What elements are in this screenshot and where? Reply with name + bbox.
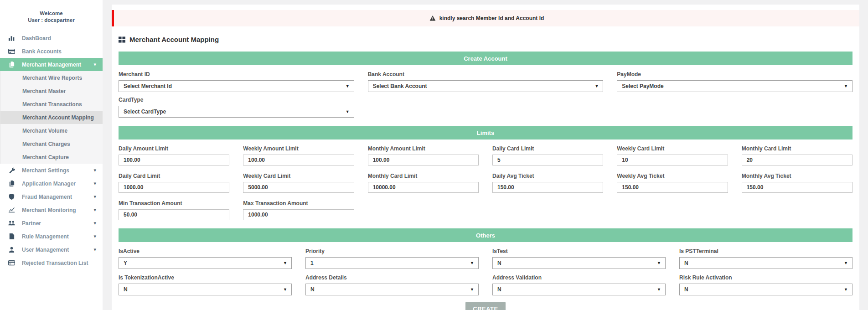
field-label: Address Validation [492, 274, 666, 281]
field-label: Weekly Avg Ticket [617, 173, 728, 179]
sidebar-item-merchant-volume[interactable]: Merchant Volume [0, 124, 103, 137]
isactive-select[interactable]: Y▼ [119, 257, 292, 269]
field-label: IsTest [492, 248, 666, 254]
sidebar-item-merchant-settings[interactable]: Merchant Settings▾ [0, 164, 103, 177]
daily-card-limit-input[interactable]: 5 [492, 155, 603, 165]
sidebar-item-label: Rejected Transaction List [22, 260, 88, 266]
is-pstterminal-select[interactable]: N▼ [679, 257, 852, 269]
sidebar-item-label: Rule Management [22, 233, 69, 240]
sidebar-item-user-management[interactable]: User Management▾ [0, 243, 103, 256]
sidebar-item-merchant-wire-reports[interactable]: Merchant Wire Reports [0, 71, 103, 84]
sidebar-item-merchant-management[interactable]: Merchant Management▾ [0, 58, 103, 71]
cardtype-select[interactable]: Select CardType▼ [119, 106, 354, 118]
sidebar-item-label: Merchant Charges [22, 141, 70, 147]
submit-row: CREATE [112, 302, 859, 310]
field-min-transaction-amount: Min Transaction Amount50.00 [119, 200, 229, 220]
weekly-card-limit-input[interactable]: 5000.00 [243, 182, 354, 193]
sidebar-item-bank-accounts[interactable]: Bank Accounts [0, 45, 103, 58]
risk-rule-activation-select[interactable]: N▼ [679, 284, 852, 295]
bank-account-select[interactable]: Select Bank Account▼ [368, 80, 604, 92]
sidebar-item-label: Application Manager [22, 181, 76, 187]
max-transaction-amount-input[interactable]: 1000.00 [243, 209, 354, 220]
address-details-select[interactable]: N▼ [305, 284, 479, 295]
monthly-avg-ticket-input[interactable]: 150.00 [742, 182, 852, 193]
dropdown-caret-icon: ▼ [346, 110, 350, 114]
field-daily-card-limit: Daily Card Limit5 [492, 145, 603, 165]
field-monthly-card-limit: Monthly Card Limit20 [742, 145, 852, 165]
istest-select[interactable]: N▼ [492, 257, 666, 269]
section-grid: Daily Amount Limit100.00Weekly Amount Li… [119, 145, 852, 220]
priority-select[interactable]: 1▼ [305, 257, 479, 269]
field-value: N [684, 260, 688, 266]
sidebar-item-fraud-management[interactable]: Fraud Management▾ [0, 190, 103, 203]
field-label: Monthly Avg Ticket [742, 173, 852, 179]
field-label: Monthly Card Limit [368, 173, 479, 179]
weekly-card-limit-input[interactable]: 10 [617, 155, 728, 165]
sidebar-item-merchant-capture[interactable]: Merchant Capture [0, 150, 103, 164]
monthly-card-limit-input[interactable]: 20 [742, 155, 852, 165]
daily-card-limit-input[interactable]: 1000.00 [119, 182, 229, 193]
sidebar-item-label: Merchant Monitoring [22, 207, 76, 213]
field-value: Select CardType [124, 108, 166, 115]
is-tokenizationactive-select[interactable]: N▼ [119, 284, 292, 295]
field-label: Min Transaction Amount [119, 200, 229, 207]
field-address-details: Address DetailsN▼ [305, 274, 479, 295]
sidebar-item-merchant-transactions[interactable]: Merchant Transactions [0, 98, 103, 111]
field-value: 100.00 [373, 157, 390, 163]
field-label: Is TokenizationActive [119, 274, 292, 281]
dropdown-caret-icon: ▼ [844, 84, 848, 88]
field-label: Bank Account [368, 71, 604, 78]
field-value: N [124, 286, 128, 293]
sidebar-item-merchant-master[interactable]: Merchant Master [0, 84, 103, 98]
field-merchant-id: Merchant IDSelect Merchant Id▼ [119, 71, 354, 92]
field-value: 150.00 [622, 184, 639, 191]
address-validation-select[interactable]: N▼ [492, 284, 666, 295]
field-weekly-avg-ticket: Weekly Avg Ticket150.00 [617, 173, 728, 193]
file-icon [8, 233, 16, 240]
field-daily-card-limit: Daily Card Limit1000.00 [119, 173, 229, 193]
field-label: Daily Card Limit [492, 145, 603, 152]
min-transaction-amount-input[interactable]: 50.00 [119, 209, 229, 220]
field-value: 20 [747, 157, 753, 163]
sidebar-item-merchant-monitoring[interactable]: Merchant Monitoring▾ [0, 203, 103, 217]
section-grid: Merchant IDSelect Merchant Id▼Bank Accou… [119, 71, 852, 118]
merchant-id-select[interactable]: Select Merchant Id▼ [119, 80, 354, 92]
create-button[interactable]: CREATE [465, 302, 505, 310]
form-sections: Create AccountMerchant IDSelect Merchant… [112, 52, 859, 295]
sidebar-item-dashboard[interactable]: DashBoard [0, 31, 103, 45]
monthly-card-limit-input[interactable]: 10000.00 [368, 182, 479, 193]
field-paymode: PayModeSelect PayMode▼ [617, 71, 852, 92]
caret-down-icon: ▾ [93, 168, 96, 173]
sidebar-item-label: Merchant Transactions [22, 101, 82, 108]
field-value: 5000.00 [248, 184, 268, 191]
field-is-pstterminal: Is PSTTerminalN▼ [679, 248, 852, 269]
weekly-amount-limit-input[interactable]: 100.00 [243, 155, 354, 165]
field-label: Weekly Card Limit [617, 145, 728, 152]
sidebar-item-merchant-account-mapping[interactable]: Merchant Account Mapping [0, 111, 103, 124]
caret-down-icon: ▾ [93, 247, 96, 252]
monthly-amount-limit-input[interactable]: 100.00 [368, 155, 479, 165]
field-label: Monthly Amount Limit [368, 145, 479, 152]
sidebar-item-rule-management[interactable]: Rule Management▾ [0, 230, 103, 243]
paymode-select[interactable]: Select PayMode▼ [617, 80, 852, 92]
field-monthly-avg-ticket: Monthly Avg Ticket150.00 [742, 173, 852, 193]
daily-avg-ticket-input[interactable]: 150.00 [492, 182, 603, 193]
weekly-avg-ticket-input[interactable]: 150.00 [617, 182, 728, 193]
daily-amount-limit-input[interactable]: 100.00 [119, 155, 229, 165]
main-panel: kindly search Member Id and Account Id M… [112, 5, 859, 310]
sidebar-item-application-manager[interactable]: Application Manager▾ [0, 177, 103, 190]
sidebar: Welcome User : docspartner DashBoardBank… [0, 0, 103, 310]
sidebar-item-label: Merchant Master [22, 88, 66, 94]
field-daily-amount-limit: Daily Amount Limit100.00 [119, 145, 229, 165]
field-monthly-card-limit: Monthly Card Limit10000.00 [368, 173, 479, 193]
sidebar-item-merchant-charges[interactable]: Merchant Charges [0, 137, 103, 150]
field-max-transaction-amount: Max Transaction Amount1000.00 [243, 200, 354, 220]
field-value: Select PayMode [622, 83, 663, 89]
field-bank-account: Bank AccountSelect Bank Account▼ [368, 71, 604, 92]
sidebar-item-partner[interactable]: Partner▾ [0, 217, 103, 230]
sidebar-item-rejected-transaction-list[interactable]: Rejected Transaction List [0, 256, 103, 269]
field-value: 150.00 [497, 184, 514, 191]
field-risk-rule-activation: Risk Rule ActivationN▼ [679, 274, 852, 295]
field-label: Address Details [305, 274, 479, 281]
page-title: Merchant Account Mapping [129, 36, 219, 43]
